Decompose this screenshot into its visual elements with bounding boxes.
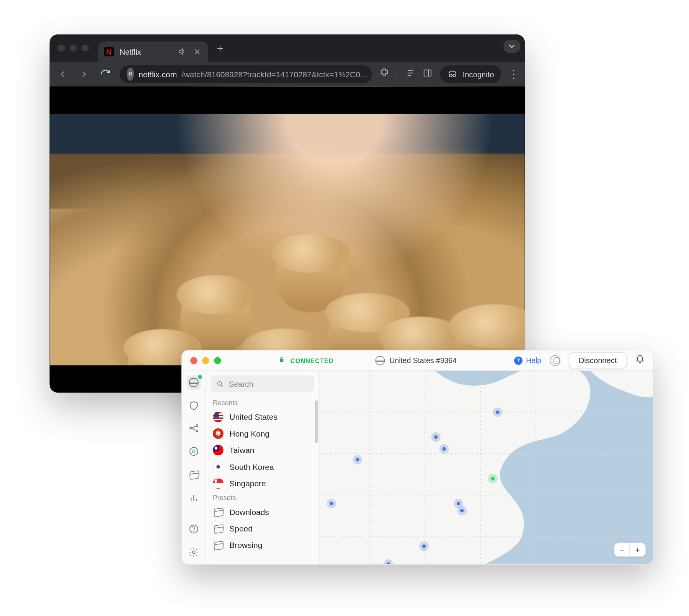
map-node[interactable] — [493, 407, 503, 417]
svg-point-1 — [449, 74, 452, 77]
preset-label: Downloads — [229, 507, 269, 516]
recent-item-us[interactable]: United States — [206, 409, 319, 425]
tab-close-icon[interactable]: ✕ — [193, 47, 202, 57]
window-traffic-lights[interactable] — [190, 357, 221, 364]
preset-item-browsing[interactable]: Browsing — [206, 537, 319, 553]
server-panel: Search Recents United States Hong Kong T… — [206, 371, 320, 564]
svg-point-5 — [196, 430, 198, 432]
svg-point-11 — [218, 381, 222, 385]
globe-icon — [375, 355, 385, 365]
map-node[interactable] — [439, 444, 449, 454]
sidepanel-icon[interactable] — [422, 68, 433, 81]
svg-point-10 — [192, 551, 195, 554]
server-map[interactable]: − + — [320, 371, 653, 564]
recent-item-sg[interactable]: Singapore — [206, 475, 319, 492]
url-domain: netflix.com — [139, 70, 177, 78]
flag-sg-icon — [213, 478, 224, 489]
tab-strip: N Netflix ✕ ＋ — [50, 34, 525, 62]
recent-label: Taiwan — [229, 446, 254, 455]
map-node[interactable] — [457, 506, 467, 515]
flag-tw-icon — [213, 445, 224, 456]
sidebar-item-stats[interactable] — [186, 491, 201, 505]
search-placeholder: Search — [229, 379, 253, 388]
nav-back-button[interactable] — [56, 67, 70, 81]
lock-icon — [279, 356, 285, 365]
map-node[interactable] — [353, 455, 362, 464]
sidebar-item-settings[interactable] — [186, 545, 201, 559]
flag-us-icon — [213, 412, 224, 422]
layers-icon — [213, 523, 224, 534]
current-location-label: United States #9364 — [389, 356, 457, 365]
connection-status: CONNECTED — [291, 357, 334, 364]
zoom-out-button[interactable]: − — [614, 543, 630, 556]
map-node[interactable] — [327, 499, 336, 508]
address-bar[interactable]: netflix.com/watch/81608928?trackId=14170… — [120, 65, 372, 83]
appearance-icon[interactable] — [550, 355, 560, 366]
browser-toolbar: netflix.com/watch/81608928?trackId=14170… — [50, 62, 525, 86]
preset-label: Browsing — [229, 541, 262, 549]
sidebar-item-speed[interactable] — [186, 444, 201, 458]
zoom-in-button[interactable]: + — [630, 543, 645, 556]
current-location[interactable]: United States #9364 — [375, 355, 457, 365]
map-node[interactable] — [419, 541, 429, 551]
browser-menu-icon[interactable]: ⋮ — [508, 68, 519, 81]
flag-kr-icon — [213, 461, 224, 472]
section-recents-label: Recents — [206, 397, 319, 409]
search-input[interactable]: Search — [211, 375, 314, 392]
preset-item-downloads[interactable]: Downloads — [206, 504, 319, 520]
extensions-icon[interactable] — [379, 68, 390, 81]
recent-label: Hong Kong — [229, 429, 269, 438]
map-node-current[interactable] — [488, 474, 498, 484]
tabs-overflow-button[interactable] — [503, 40, 520, 53]
layers-icon — [213, 540, 224, 551]
vpn-window: CONNECTED United States #9364 ? Help Dis… — [181, 350, 654, 565]
recent-item-hk[interactable]: Hong Kong — [206, 425, 319, 442]
url-path: /watch/81608928?trackId=14170287&tctx=1%… — [182, 70, 368, 78]
window-close-icon[interactable] — [190, 357, 198, 364]
flag-hk-icon — [213, 428, 224, 439]
map-land — [320, 371, 653, 564]
tab-audio-icon[interactable] — [177, 47, 187, 56]
help-link[interactable]: ? Help — [514, 356, 541, 365]
sidebar-item-servers[interactable] — [186, 375, 201, 389]
recent-label: South Korea — [229, 462, 274, 471]
sidebar-item-support[interactable] — [186, 522, 201, 536]
sidebar-item-meshnet[interactable] — [186, 421, 201, 435]
map-zoom-controls: − + — [614, 543, 646, 557]
disconnect-button[interactable]: Disconnect — [568, 352, 627, 368]
svg-point-6 — [189, 447, 198, 455]
svg-point-3 — [189, 427, 191, 429]
window-zoom-icon[interactable] — [214, 357, 221, 364]
window-traffic-lights-inactive[interactable] — [52, 44, 95, 52]
recent-label: Singapore — [229, 479, 266, 488]
sidebar-item-protection[interactable] — [186, 398, 201, 412]
toolbar-divider — [397, 68, 398, 80]
preset-label: Speed — [229, 524, 253, 533]
incognito-chip[interactable]: Incognito — [440, 65, 501, 83]
svg-point-9 — [193, 531, 194, 531]
help-label: Help — [526, 356, 541, 365]
tab-title: Netflix — [120, 47, 141, 56]
browser-tab-netflix[interactable]: N Netflix ✕ — [98, 42, 208, 62]
notifications-icon[interactable] — [635, 355, 645, 366]
preset-item-speed[interactable]: Speed — [206, 520, 319, 536]
recent-item-kr[interactable]: South Korea — [206, 458, 319, 475]
layers-icon — [213, 507, 224, 517]
reading-list-icon[interactable] — [405, 68, 415, 81]
scrollbar[interactable] — [315, 400, 318, 443]
section-presets-label: Presets — [206, 492, 319, 504]
browser-window: N Netflix ✕ ＋ — [50, 34, 525, 393]
sidebar-item-presets[interactable] — [186, 468, 201, 482]
new-tab-button[interactable]: ＋ — [212, 40, 228, 56]
map-node[interactable] — [431, 432, 441, 442]
incognito-label: Incognito — [463, 70, 494, 78]
nav-reload-button[interactable] — [98, 67, 113, 81]
recent-label: United States — [229, 412, 278, 421]
window-minimize-icon[interactable] — [202, 357, 209, 364]
site-info-icon[interactable] — [127, 68, 134, 81]
nav-forward-button[interactable] — [77, 67, 91, 81]
svg-point-4 — [196, 425, 198, 427]
video-player[interactable] — [50, 86, 525, 393]
vpn-sidebar — [182, 371, 206, 564]
recent-item-tw[interactable]: Taiwan — [206, 442, 319, 458]
